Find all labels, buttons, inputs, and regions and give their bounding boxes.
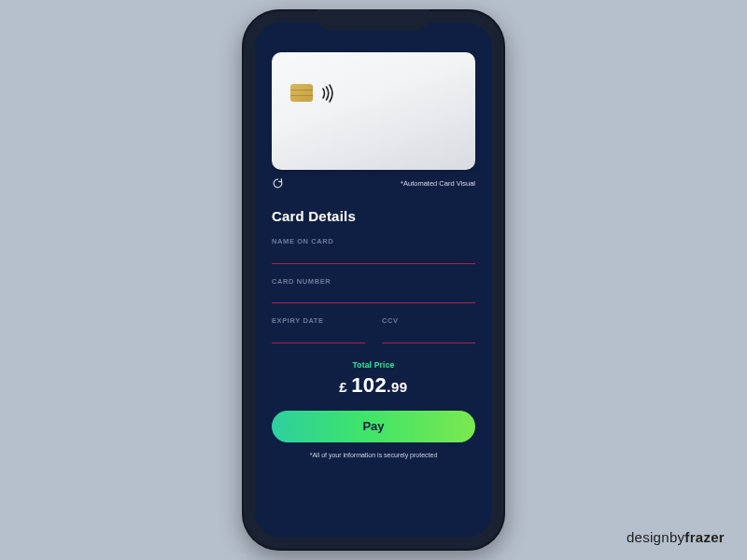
refresh-icon[interactable] [272,177,284,189]
card-chip-icon [290,84,313,102]
expiry-input[interactable] [272,327,365,343]
field-ccv: CCV [382,316,475,343]
number-input[interactable] [272,287,475,303]
field-card-number: CARD NUMBER [272,277,475,304]
price-whole: 102 [351,373,387,397]
name-label: NAME ON CARD [272,237,475,245]
field-expiry: EXPIRY DATE [272,316,365,343]
field-name-on-card: NAME ON CARD [272,237,475,264]
app-screen: *Automated Card Visual Card Details NAME… [255,22,492,538]
number-label: CARD NUMBER [272,277,475,286]
ccv-label: CCV [382,316,475,325]
credit-prefix: designby [627,529,684,545]
card-visual-note: *Automated Card Visual [401,179,475,188]
name-input[interactable] [272,247,475,264]
card-visual [272,52,475,170]
section-title: Card Details [272,208,475,224]
pay-button[interactable]: Pay [272,411,475,442]
price-cents: .99 [387,379,407,395]
expiry-label: EXPIRY DATE [272,316,365,325]
contactless-icon [320,83,337,107]
design-credit: designbyfrazer [627,529,725,545]
currency-symbol: £ [339,379,347,395]
phone-frame: *Automated Card Visual Card Details NAME… [242,9,505,551]
credit-bold: frazer [684,529,725,545]
total-price: £102.99 [272,373,475,398]
secure-note: *All of your information is securely pro… [272,452,475,458]
phone-notch [317,9,430,30]
total-label: Total Price [272,360,475,370]
card-sub-row: *Automated Card Visual [272,177,475,189]
ccv-input[interactable] [382,327,475,343]
